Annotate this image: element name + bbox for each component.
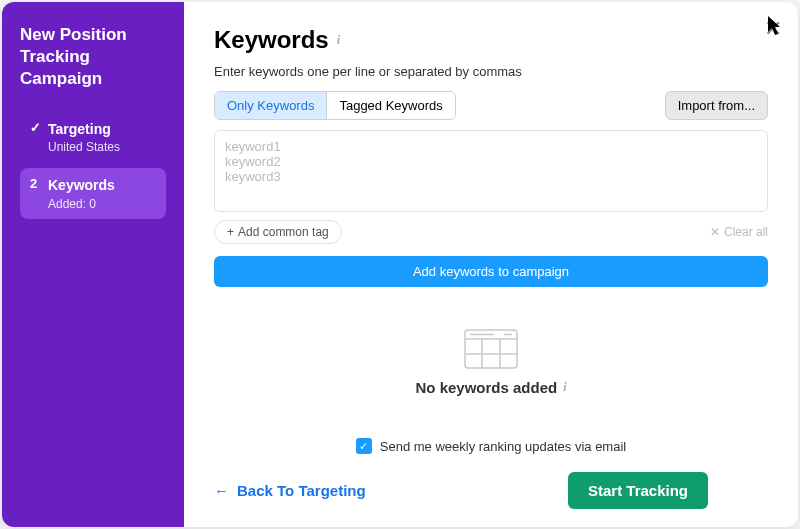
import-button[interactable]: Import from... — [665, 91, 768, 120]
step-keywords[interactable]: 2 Keywords Added: 0 — [20, 168, 166, 218]
below-row: + Add common tag ✕ Clear all — [214, 220, 768, 244]
empty-state: No keywords added i — [214, 287, 768, 438]
close-button[interactable]: ✕ — [764, 16, 782, 42]
info-icon[interactable]: i — [563, 380, 566, 395]
table-icon — [464, 329, 518, 369]
arrow-left-icon: ← — [214, 482, 229, 499]
email-updates-label: Send me weekly ranking updates via email — [380, 439, 626, 454]
step-subtitle: Added: 0 — [48, 197, 156, 211]
wizard-sidebar: New Position Tracking Campaign ✓ Targeti… — [2, 2, 184, 527]
clear-all-button[interactable]: ✕ Clear all — [710, 225, 768, 239]
campaign-modal: New Position Tracking Campaign ✓ Targeti… — [2, 2, 798, 527]
step-title: Targeting — [48, 120, 156, 138]
check-icon: ✓ — [30, 120, 48, 135]
sidebar-title: New Position Tracking Campaign — [20, 24, 166, 90]
tab-only-keywords[interactable]: Only Keywords — [215, 92, 326, 119]
main-panel: ✕ Keywords i Enter keywords one per line… — [184, 2, 798, 527]
email-updates-checkbox[interactable]: ✓ — [356, 438, 372, 454]
close-icon: ✕ — [764, 16, 782, 41]
email-updates-row: ✓ Send me weekly ranking updates via ema… — [214, 438, 768, 454]
step-number: 2 — [30, 176, 48, 191]
svg-rect-0 — [465, 330, 517, 368]
page-subtitle: Enter keywords one per line or separated… — [214, 64, 768, 79]
footer: ← Back To Targeting Start Tracking — [214, 472, 768, 509]
tab-tagged-keywords[interactable]: Tagged Keywords — [326, 92, 454, 119]
add-keywords-button[interactable]: Add keywords to campaign — [214, 256, 768, 287]
empty-label: No keywords added i — [415, 379, 566, 396]
back-button[interactable]: ← Back To Targeting — [214, 482, 366, 499]
toolbar: Only Keywords Tagged Keywords Import fro… — [214, 91, 768, 120]
start-tracking-button[interactable]: Start Tracking — [568, 472, 708, 509]
page-title: Keywords i — [214, 26, 768, 54]
check-icon: ✓ — [359, 440, 368, 453]
step-subtitle: United States — [48, 140, 156, 154]
info-icon[interactable]: i — [337, 33, 340, 48]
step-title: Keywords — [48, 176, 156, 194]
keyword-mode-segment: Only Keywords Tagged Keywords — [214, 91, 456, 120]
close-icon: ✕ — [710, 225, 720, 239]
add-common-tag-button[interactable]: + Add common tag — [214, 220, 342, 244]
step-targeting[interactable]: ✓ Targeting United States — [20, 112, 166, 162]
plus-icon: + — [227, 225, 234, 239]
keywords-input[interactable] — [214, 130, 768, 212]
